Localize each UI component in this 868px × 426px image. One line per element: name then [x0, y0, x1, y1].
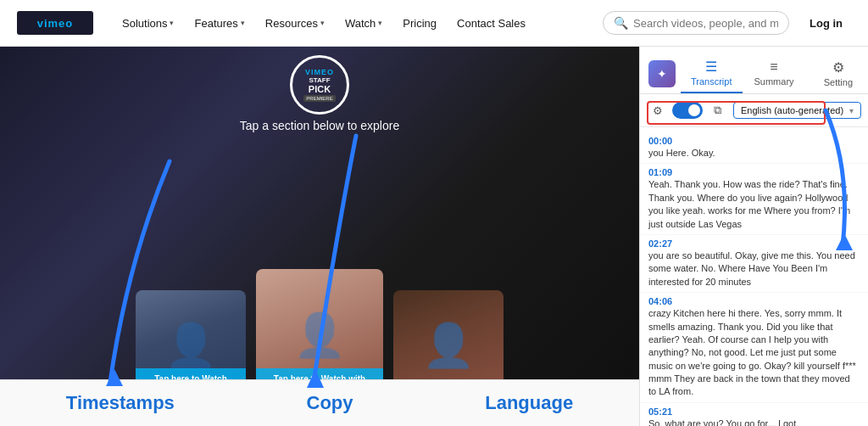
ts-text-0227: you are so beautiful. Okay, give me this…	[648, 249, 860, 289]
copy-label: Copy	[307, 392, 353, 414]
nav-solutions[interactable]: Solutions ▾	[114, 12, 182, 35]
resources-caret: ▾	[320, 19, 325, 27]
timestamp-0227[interactable]: 02:27	[648, 238, 860, 249]
panel-toolbar: ⚙ ⧉ English (auto-generated) ▾	[640, 94, 868, 127]
transcript-entry-3[interactable]: 02:27 you are so beautiful. Okay, give m…	[640, 235, 868, 293]
login-button[interactable]: Log in	[801, 12, 851, 35]
nav-links: Solutions ▾ Features ▾ Resources ▾ Watch…	[114, 12, 534, 35]
summary-icon: ≡	[770, 59, 777, 75]
nav-resources[interactable]: Resources ▾	[257, 12, 333, 35]
transcript-entry-1[interactable]: 00:00 you Here. Okay.	[640, 132, 868, 164]
watch-caret: ▾	[378, 19, 382, 27]
transcript-body: 00:00 you Here. Okay. 01:09 Yeah. Thank …	[640, 127, 868, 426]
transcript-icon: ☰	[705, 59, 717, 75]
solutions-caret: ▾	[170, 19, 174, 27]
tab-summary[interactable]: ≡ Summary	[744, 54, 804, 93]
video-background: VIMEO STAFF PICK PREMIERE Tap a section …	[0, 47, 639, 426]
transcript-entry-4[interactable]: 04:06 crazy Kitchen here hi there. Yes, …	[640, 293, 868, 403]
timestamp-0109[interactable]: 01:09	[648, 167, 860, 177]
badge-staff: STAFF	[309, 76, 330, 84]
ts-text-0406: crazy Kitchen here hi there. Yes, sorry …	[648, 307, 860, 399]
navbar: vimeo Solutions ▾ Features ▾ Resources ▾…	[0, 0, 868, 47]
transcript-panel: ✦ ☰ Transcript ≡ Summary ⚙ Setting ⚙ ⧉	[639, 47, 868, 426]
badge-premiere: PREMIERE	[303, 95, 335, 102]
staff-pick-badge: VIMEO STAFF PICK PREMIERE	[290, 55, 349, 115]
timestamps-label: Timestamps	[66, 392, 175, 414]
copy-icon: ⧉	[714, 104, 721, 117]
language-label: Language	[485, 392, 573, 414]
ts-text-0000: you Here. Okay.	[648, 147, 860, 160]
tap-instruction: Tap a section below to explore	[240, 119, 399, 132]
tab-setting[interactable]: ⚙ Setting	[817, 54, 860, 92]
logo: vimeo	[17, 11, 93, 35]
video-section: VIMEO STAFF PICK PREMIERE Tap a section …	[0, 47, 639, 426]
search-icon: 🔍	[614, 16, 628, 30]
nav-watch[interactable]: Watch ▾	[337, 12, 391, 35]
ai-icon-tab[interactable]: ✦	[648, 60, 676, 87]
timestamp-0521[interactable]: 05:21	[648, 406, 860, 417]
main-content: VIMEO STAFF PICK PREMIERE Tap a section …	[0, 47, 868, 426]
settings-toolbar-btn[interactable]: ⚙	[647, 99, 669, 121]
panel-tabs: ✦ ☰ Transcript ≡ Summary ⚙ Setting	[640, 47, 868, 94]
search-input[interactable]	[633, 17, 778, 30]
language-dropdown[interactable]: English (auto-generated) ▾	[733, 102, 861, 119]
setting-icon: ⚙	[832, 59, 844, 76]
toggle-timestamps[interactable]	[672, 102, 703, 119]
badge-pick: PICK	[309, 84, 331, 94]
ts-text-0109: Yeah. Thank you. How was the ride? That'…	[648, 178, 860, 231]
nav-features[interactable]: Features ▾	[186, 12, 253, 35]
nav-pricing[interactable]: Pricing	[394, 12, 445, 35]
ts-text-0521: So, what are you? You go for... I got	[648, 418, 860, 426]
search-box: 🔍	[603, 11, 789, 35]
logo-text: vimeo	[37, 17, 74, 30]
copy-toolbar-btn[interactable]: ⧉	[706, 99, 728, 121]
badge-vimeo: VIMEO	[305, 68, 334, 76]
nav-contact-sales[interactable]: Contact Sales	[448, 12, 534, 35]
gear-small-icon: ⚙	[653, 104, 663, 117]
transcript-entry-2[interactable]: 01:09 Yeah. Thank you. How was the ride?…	[640, 164, 868, 235]
lang-caret: ▾	[849, 106, 854, 115]
ai-icon: ✦	[657, 67, 667, 81]
tab-transcript[interactable]: ☰ Transcript	[681, 53, 743, 93]
timestamp-0406[interactable]: 04:06	[648, 296, 860, 306]
features-caret: ▾	[241, 19, 245, 27]
transcript-entry-5[interactable]: 05:21 So, what are you? You go for... I …	[640, 403, 868, 426]
bottom-labels-bar: Timestamps Copy Language	[0, 379, 639, 426]
timestamp-0000[interactable]: 00:00	[648, 136, 860, 146]
